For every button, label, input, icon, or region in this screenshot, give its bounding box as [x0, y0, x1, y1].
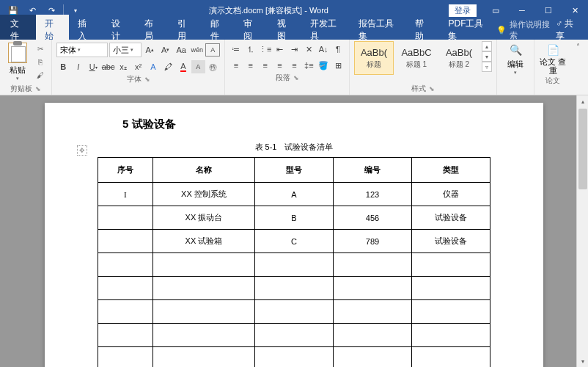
style-scroll-down-icon[interactable]: ▾: [482, 51, 492, 62]
cell[interactable]: [333, 277, 411, 300]
table-caption[interactable]: 表 5-1 试验设备清单: [98, 142, 490, 153]
grow-font-icon[interactable]: A▴: [143, 43, 157, 57]
col-header[interactable]: 类型: [411, 158, 490, 183]
cell[interactable]: XX 控制系统: [152, 183, 254, 206]
cell[interactable]: 123: [333, 183, 411, 206]
col-header[interactable]: 编号: [333, 158, 411, 183]
cell[interactable]: [98, 277, 153, 300]
cell[interactable]: I: [98, 183, 153, 206]
cell[interactable]: [152, 347, 254, 368]
distribute-icon[interactable]: ≡: [288, 59, 301, 72]
table-row[interactable]: [98, 324, 490, 347]
char-shading-icon[interactable]: A: [191, 60, 205, 73]
cell[interactable]: [98, 253, 153, 277]
bullets-icon[interactable]: ≔: [229, 43, 243, 56]
change-case-icon[interactable]: Aa: [174, 43, 188, 57]
format-painter-icon[interactable]: 🖌: [34, 69, 47, 81]
cell[interactable]: XX 试验箱: [152, 230, 254, 253]
cell[interactable]: [333, 347, 411, 368]
line-spacing-icon[interactable]: ‡≡: [302, 59, 315, 72]
table-row[interactable]: [98, 277, 490, 300]
shading-icon[interactable]: 🪣: [317, 59, 330, 72]
cell[interactable]: [254, 277, 333, 300]
equipment-table[interactable]: 序号 名称 型号 编号 类型 I XX 控制系统 A 123 仪器 XX 振动台…: [98, 157, 490, 367]
decrease-indent-icon[interactable]: ⇤: [273, 43, 287, 56]
cell[interactable]: [152, 324, 254, 347]
table-row[interactable]: [98, 347, 490, 368]
font-size-select[interactable]: 小三▾: [109, 43, 141, 57]
sort-icon[interactable]: A↓: [317, 43, 330, 56]
increase-indent-icon[interactable]: ⇥: [288, 43, 301, 56]
borders-icon[interactable]: ⊞: [331, 59, 345, 72]
show-marks-icon[interactable]: ¶: [331, 43, 345, 56]
cell[interactable]: [411, 347, 490, 368]
cell[interactable]: [411, 324, 490, 347]
shrink-font-icon[interactable]: A▾: [158, 43, 172, 57]
scrollbar-thumb[interactable]: [578, 109, 587, 189]
cell[interactable]: 456: [333, 206, 411, 230]
cut-icon[interactable]: ✂: [34, 43, 47, 54]
table-row[interactable]: XX 振动台 B 456 试验设备: [98, 206, 490, 230]
col-header[interactable]: 型号: [254, 158, 333, 183]
cell[interactable]: [152, 277, 254, 300]
justify-icon[interactable]: ≡: [273, 59, 287, 72]
cell[interactable]: [98, 230, 153, 253]
text-effects-icon[interactable]: A: [147, 60, 160, 73]
font-name-select[interactable]: 宋体▾: [56, 43, 108, 57]
style-normal[interactable]: AaBb( 标题: [354, 41, 394, 75]
phonetic-guide-icon[interactable]: wén: [190, 43, 204, 57]
vertical-scrollbar[interactable]: ▴ ▾: [576, 95, 588, 367]
tell-me-search[interactable]: 💡 操作说明搜索: [496, 19, 551, 41]
cell[interactable]: [98, 347, 153, 368]
char-border-icon[interactable]: A: [205, 43, 220, 57]
bold-icon[interactable]: B: [56, 60, 70, 73]
table-header-row[interactable]: 序号 名称 型号 编号 类型: [98, 158, 490, 183]
cell[interactable]: [411, 300, 490, 324]
asian-layout-icon[interactable]: ✕: [302, 43, 315, 56]
copy-icon[interactable]: ⎘: [34, 56, 47, 68]
cell[interactable]: [411, 253, 490, 277]
scroll-down-icon[interactable]: ▾: [577, 355, 588, 367]
thesis-check-button[interactable]: 📄 论文 查重: [539, 41, 567, 75]
col-header[interactable]: 序号: [98, 158, 153, 183]
cell[interactable]: 仪器: [411, 183, 490, 206]
table-row[interactable]: I XX 控制系统 A 123 仪器: [98, 183, 490, 206]
align-right-icon[interactable]: ≡: [259, 59, 272, 72]
cell[interactable]: B: [254, 206, 333, 230]
scroll-up-icon[interactable]: ▴: [577, 95, 588, 107]
cell[interactable]: 试验设备: [411, 206, 490, 230]
table-row[interactable]: XX 试验箱 C 789 试验设备: [98, 230, 490, 253]
launcher-icon[interactable]: ⬊: [293, 74, 299, 81]
align-left-icon[interactable]: ≡: [229, 59, 243, 72]
cell[interactable]: [333, 253, 411, 277]
table-anchor-icon[interactable]: ✥: [77, 145, 87, 156]
superscript-icon[interactable]: x²: [131, 60, 144, 73]
multilevel-list-icon[interactable]: ⋮≡: [259, 43, 272, 56]
cell[interactable]: [254, 253, 333, 277]
font-color-icon[interactable]: A: [177, 60, 190, 73]
cell[interactable]: C: [254, 230, 333, 253]
cell[interactable]: [333, 324, 411, 347]
italic-icon[interactable]: I: [71, 60, 84, 73]
cell[interactable]: [152, 253, 254, 277]
paste-button[interactable]: 粘贴 ▾: [4, 41, 31, 81]
collapse-ribbon-icon[interactable]: ˄: [571, 43, 584, 56]
table-row[interactable]: [98, 300, 490, 324]
strikethrough-icon[interactable]: abc: [101, 60, 114, 73]
col-header[interactable]: 名称: [152, 158, 254, 183]
style-scroll-up-icon[interactable]: ▴: [482, 41, 492, 51]
cell[interactable]: [254, 347, 333, 368]
share-button[interactable]: ♂ 共享: [556, 18, 579, 43]
cell[interactable]: XX 振动台: [152, 206, 254, 230]
enclose-char-icon[interactable]: ㊕: [207, 60, 220, 73]
cell[interactable]: A: [254, 183, 333, 206]
launcher-icon[interactable]: ⬊: [429, 85, 435, 92]
highlight-icon[interactable]: 🖍: [161, 60, 174, 73]
cell[interactable]: [254, 324, 333, 347]
cell[interactable]: [98, 206, 153, 230]
table-row[interactable]: [98, 253, 490, 277]
launcher-icon[interactable]: ⬊: [144, 76, 150, 83]
subscript-icon[interactable]: x₂: [117, 60, 130, 73]
numbering-icon[interactable]: ⒈: [244, 43, 257, 56]
cell[interactable]: 789: [333, 230, 411, 253]
